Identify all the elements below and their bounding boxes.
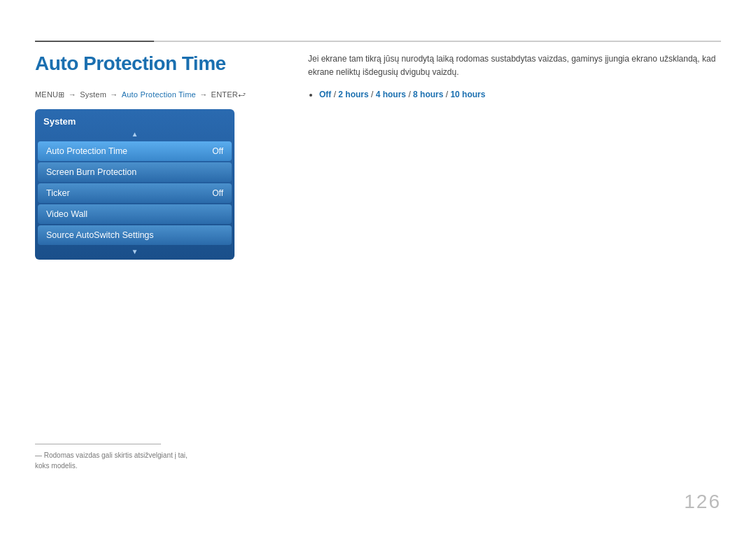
menu-item-ticker[interactable]: Ticker Off	[38, 183, 232, 203]
footer-divider	[35, 444, 161, 444]
menu-arrow-down: ▼	[35, 246, 234, 257]
options-list: Off / 2 hours / 4 hours / 8 hours / 10 h…	[319, 87, 721, 103]
description-text: Jei ekrane tam tikrą jūsų nurodytą laiką…	[308, 52, 721, 79]
page-number: 126	[684, 491, 721, 513]
option-8hours: 8 hours	[413, 90, 443, 99]
menu-item-value-ticker: Off	[212, 188, 223, 198]
breadcrumb-arrow-1: →	[69, 90, 78, 99]
page-title: Auto Protection Time	[35, 52, 287, 75]
menu-item-value-auto-protection: Off	[212, 146, 223, 156]
breadcrumb-enter: ENTER	[211, 90, 238, 99]
breadcrumb-current: Auto Protection Time	[122, 90, 196, 99]
menu-arrow-up: ▲	[35, 129, 234, 140]
top-line-dark	[35, 41, 154, 42]
menu-item-label-auto-protection: Auto Protection Time	[46, 146, 127, 156]
menu-item-auto-protection[interactable]: Auto Protection Time Off	[38, 141, 232, 161]
breadcrumb-menu: MENU	[35, 90, 58, 99]
breadcrumb-enter-icon: ⮐	[238, 90, 246, 99]
menu-item-screen-burn[interactable]: Screen Burn Protection	[38, 162, 232, 182]
option-4hours: 4 hours	[376, 90, 406, 99]
menu-item-video-wall[interactable]: Video Wall	[38, 204, 232, 224]
left-column: Auto Protection Time MENU⊞ → System → Au…	[35, 52, 287, 260]
breadcrumb-system: System	[80, 90, 106, 99]
option-off: Off	[319, 90, 331, 99]
page-container: Auto Protection Time MENU⊞ → System → Au…	[0, 0, 756, 534]
menu-item-label-screen-burn: Screen Burn Protection	[46, 167, 136, 177]
system-menu: System ▲ Auto Protection Time Off Screen…	[35, 109, 234, 260]
footer-note: ― Rodomas vaizdas gali skirtis atsižvelg…	[35, 444, 189, 471]
breadcrumb: MENU⊞ → System → Auto Protection Time → …	[35, 90, 287, 99]
breadcrumb-arrow-3: →	[200, 90, 209, 99]
option-10hours: 10 hours	[450, 90, 485, 99]
system-menu-header: System	[35, 112, 234, 129]
menu-item-label-video-wall: Video Wall	[46, 209, 88, 219]
right-column: Jei ekrane tam tikrą jūsų nurodytą laiką…	[308, 52, 721, 103]
separator-2: /	[371, 90, 376, 99]
footer-text: ― Rodomas vaizdas gali skirtis atsižvelg…	[35, 450, 189, 471]
menu-item-source-autoswitch[interactable]: Source AutoSwitch Settings	[38, 225, 232, 245]
menu-item-label-ticker: Ticker	[46, 188, 70, 198]
options-item: Off / 2 hours / 4 hours / 8 hours / 10 h…	[319, 87, 721, 103]
breadcrumb-arrow-2: →	[110, 90, 120, 99]
breadcrumb-icon: ⊞	[58, 90, 64, 99]
option-2hours: 2 hours	[338, 90, 368, 99]
menu-item-label-source-autoswitch: Source AutoSwitch Settings	[46, 230, 154, 240]
